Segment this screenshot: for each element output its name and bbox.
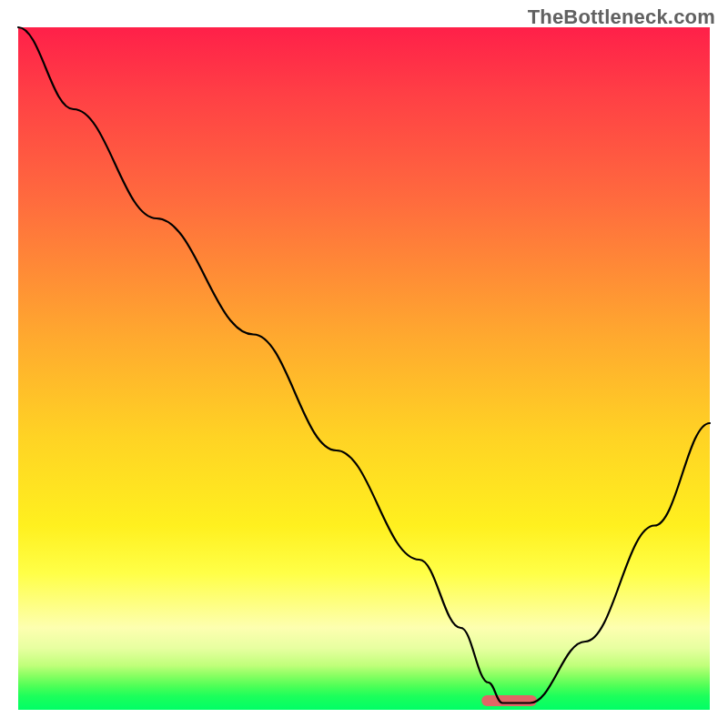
chart-gradient-background (18, 27, 710, 710)
watermark-text: TheBottleneck.com (528, 5, 715, 29)
